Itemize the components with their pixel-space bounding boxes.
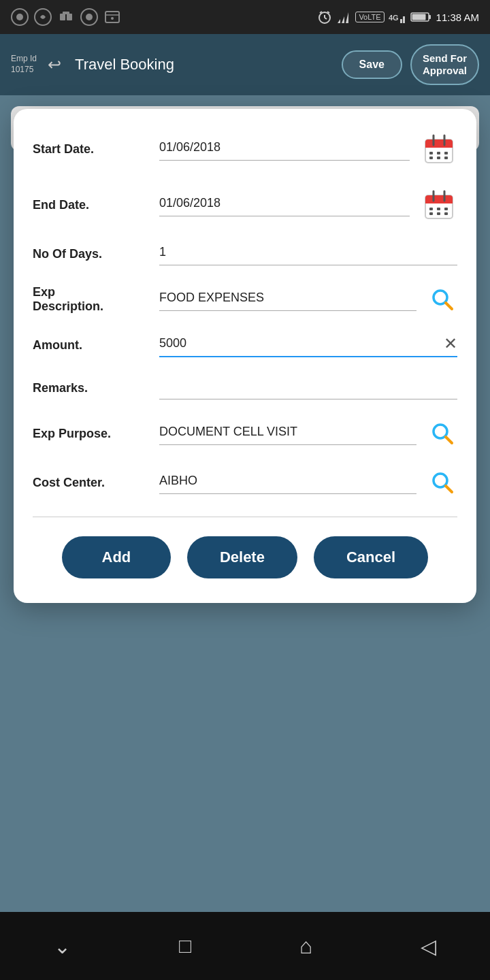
status-bar: VoLTE 4G 11:38 AM [0, 0, 490, 34]
svg-rect-21 [403, 16, 405, 23]
back-arrow-icon[interactable]: ↩ [48, 55, 61, 74]
exp-description-field [159, 288, 416, 311]
amount-row: Amount. ✕ [33, 333, 457, 357]
bottom-nav: ⌄ □ ⌂ ◁ [0, 912, 490, 980]
svg-rect-46 [444, 212, 448, 215]
svg-rect-43 [444, 208, 448, 210]
svg-rect-45 [437, 212, 440, 215]
status-icon-2 [34, 8, 52, 26]
nav-back-icon[interactable]: ◁ [421, 934, 436, 958]
page-title: Travel Booking [75, 56, 333, 74]
svg-rect-3 [60, 14, 65, 20]
end-date-calendar-button[interactable] [421, 186, 457, 223]
amount-clear-button[interactable]: ✕ [444, 336, 457, 352]
svg-rect-32 [444, 152, 448, 154]
battery-icon [410, 11, 432, 23]
cost-center-label: Cost Center. [33, 476, 148, 490]
svg-marker-18 [346, 12, 348, 23]
exp-purpose-search-button[interactable] [427, 419, 457, 448]
remarks-label: Remarks. [33, 381, 148, 395]
svg-rect-41 [429, 208, 433, 210]
modal-divider [33, 517, 457, 517]
svg-text:4G: 4G [389, 14, 399, 22]
svg-rect-4 [67, 14, 72, 20]
end-date-label: End Date. [33, 198, 148, 212]
cost-center-field [159, 471, 416, 494]
svg-line-48 [446, 303, 452, 309]
svg-rect-42 [437, 208, 440, 210]
no-of-days-field [159, 242, 457, 265]
svg-rect-20 [400, 19, 402, 23]
svg-marker-16 [338, 19, 340, 23]
time-display: 11:38 AM [436, 12, 479, 23]
cost-center-input[interactable] [159, 471, 416, 491]
end-date-field [159, 193, 410, 216]
no-of-days-label: No Of Days. [33, 247, 148, 261]
svg-rect-23 [429, 15, 431, 19]
nav-down-icon[interactable]: ⌄ [54, 934, 71, 958]
cost-center-row: Cost Center. [33, 468, 457, 497]
nav-home-icon[interactable]: ⌂ [299, 934, 312, 959]
exp-description-row: ExpDescription. [33, 284, 457, 314]
svg-line-50 [446, 437, 452, 443]
status-icon-3 [57, 8, 75, 26]
end-date-row: End Date. [33, 186, 457, 223]
svg-point-1 [16, 14, 23, 20]
exp-purpose-search-icon [430, 421, 455, 446]
cancel-button[interactable]: Cancel [314, 536, 428, 578]
status-icon-5 [103, 8, 121, 26]
svg-point-7 [86, 14, 93, 20]
svg-rect-5 [63, 12, 69, 14]
exp-purpose-row: Exp Purpose. [33, 419, 457, 448]
volte-badge: VoLTE [355, 12, 384, 22]
expense-modal: Start Date. [14, 109, 476, 603]
remarks-input[interactable] [159, 376, 457, 396]
svg-rect-44 [429, 212, 433, 215]
cost-center-search-button[interactable] [427, 468, 457, 497]
svg-rect-34 [437, 157, 440, 159]
start-date-input[interactable] [159, 137, 410, 157]
emp-id-label: Emp Id [11, 54, 37, 65]
no-of-days-row: No Of Days. [33, 242, 457, 265]
exp-purpose-input[interactable] [159, 422, 416, 442]
send-for-approval-button[interactable]: Send ForApproval [410, 44, 479, 85]
no-of-days-input[interactable] [159, 242, 457, 262]
action-buttons: Add Delete Cancel [33, 536, 457, 578]
end-date-input[interactable] [159, 193, 410, 213]
svg-point-10 [111, 17, 114, 20]
add-button[interactable]: Add [62, 536, 171, 578]
svg-marker-17 [342, 16, 344, 23]
status-icon-1 [11, 8, 29, 26]
svg-line-52 [446, 486, 452, 492]
signal-icon [336, 10, 351, 24]
cost-center-search-icon [430, 470, 455, 495]
amount-label: Amount. [33, 338, 148, 353]
svg-line-13 [325, 18, 327, 19]
nav-square-icon[interactable]: □ [179, 934, 191, 958]
amount-field: ✕ [159, 333, 457, 357]
start-date-field [159, 137, 410, 161]
top-nav: Emp Id 10175 ↩ Travel Booking Save Send … [0, 34, 490, 95]
exp-description-search-button[interactable] [427, 284, 457, 314]
start-date-calendar-button[interactable] [421, 131, 457, 167]
status-right: VoLTE 4G 11:38 AM [317, 10, 479, 24]
alarm-icon [317, 10, 332, 24]
svg-rect-35 [444, 157, 448, 159]
delete-button[interactable]: Delete [187, 536, 297, 578]
calendar-icon [423, 133, 455, 165]
svg-rect-33 [429, 157, 433, 159]
4g-icon: 4G [389, 10, 406, 24]
status-icon-4 [80, 8, 98, 26]
exp-purpose-field [159, 422, 416, 445]
exp-description-input[interactable] [159, 288, 416, 308]
save-button[interactable]: Save [342, 50, 402, 79]
amount-input[interactable] [159, 333, 438, 353]
svg-rect-30 [429, 152, 433, 154]
calendar-icon-2 [423, 189, 455, 221]
svg-rect-24 [412, 14, 425, 20]
exp-purpose-label: Exp Purpose. [33, 427, 148, 441]
start-date-label: Start Date. [33, 142, 148, 157]
start-date-row: Start Date. [33, 131, 457, 167]
emp-info: Emp Id 10175 [11, 54, 37, 75]
status-icons [11, 8, 121, 26]
